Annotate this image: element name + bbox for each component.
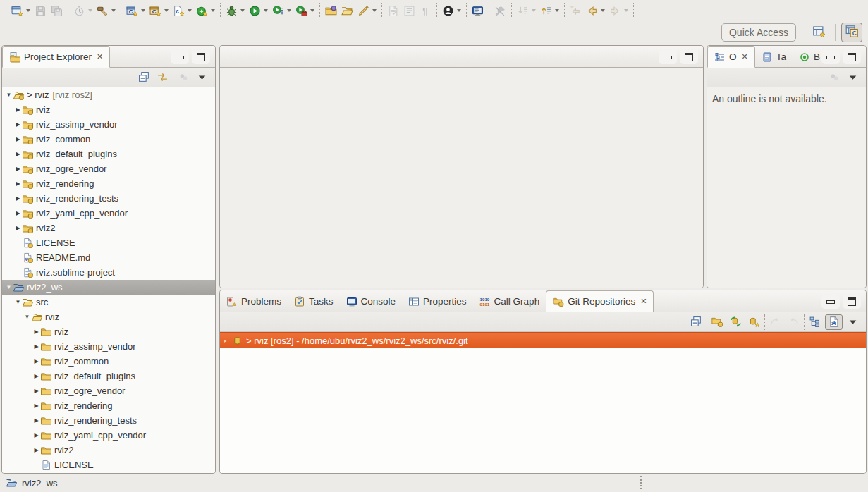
new-wizard-dropdown-arrow[interactable] <box>26 9 30 12</box>
run-button[interactable] <box>247 2 270 19</box>
tree-row-src[interactable]: ▼src <box>2 295 215 309</box>
console-view-button[interactable] <box>470 2 486 19</box>
collapse-icon[interactable]: ▼ <box>14 299 22 305</box>
user-account-button[interactable] <box>440 2 463 19</box>
prev-annotation-dropdown-arrow[interactable] <box>555 9 559 12</box>
new-launch-config-dropdown-arrow[interactable] <box>211 9 215 12</box>
tree-row-rviz[interactable]: ▼rviz <box>2 309 215 324</box>
expand-icon[interactable]: ▶ <box>14 166 22 172</box>
run-history-button[interactable] <box>270 2 293 19</box>
debug-button[interactable] <box>224 2 247 19</box>
expand-icon[interactable]: ▶ <box>32 432 40 438</box>
tree-row-rviz-sublime-project[interactable]: rviz.sublime-project <box>2 265 215 280</box>
back-dropdown-arrow[interactable] <box>601 9 605 12</box>
expand-icon[interactable]: ▶ <box>32 358 40 364</box>
close-icon[interactable]: ✕ <box>742 52 748 61</box>
tree-row-rviz-default-plugins[interactable]: ▶rviz_default_plugins <box>2 369 215 383</box>
tree-row-license[interactable]: LICENSE <box>2 457 215 472</box>
tree-row-rviz-ogre-vendor[interactable]: ▶rviz_ogre_vendor <box>2 383 215 398</box>
maximize-button[interactable] <box>843 295 861 309</box>
new-wizard-button[interactable] <box>9 2 32 19</box>
outline-tab-o[interactable]: O✕ <box>707 46 755 68</box>
clone-repo-button[interactable] <box>728 314 744 330</box>
expand-icon[interactable]: ▶ <box>14 180 22 187</box>
coverage-dropdown-arrow[interactable] <box>310 9 314 12</box>
run-dropdown-arrow[interactable] <box>264 9 268 12</box>
tree-row-rviz-default-plugins[interactable]: ▶rviz_default_plugins <box>2 147 215 161</box>
open-folder-button[interactable] <box>339 2 355 19</box>
cpp-perspective-button[interactable]: C <box>841 23 862 42</box>
expand-icon[interactable]: ▶ <box>14 136 22 142</box>
new-c-file-button[interactable]: c <box>171 2 194 19</box>
tree-row-rviz-rendering-tests[interactable]: ▶rviz_rendering_tests <box>2 191 215 206</box>
expand-icon[interactable]: ▶ <box>14 121 22 128</box>
maximize-button[interactable] <box>843 50 861 64</box>
expand-icon[interactable]: ▶ <box>14 225 22 231</box>
minimize-button[interactable] <box>821 50 840 64</box>
bottom-tab-call-graph[interactable]: 10100101Call Graph <box>473 291 546 312</box>
tree-row-rviz[interactable]: ▶rviz <box>2 102 215 117</box>
new-repo-button[interactable] <box>746 314 762 330</box>
prev-annotation-button[interactable] <box>538 2 561 19</box>
expand-icon[interactable]: ▶ <box>32 447 40 453</box>
run-history-dropdown-arrow[interactable] <box>287 9 291 12</box>
tree-row-rviz-rendering[interactable]: ▶rviz_rendering <box>2 176 215 191</box>
collapse-icon[interactable]: ▼ <box>5 284 13 290</box>
repo-toggle-button[interactable]: A <box>825 314 843 330</box>
hierarchy-layout-button[interactable] <box>807 314 823 330</box>
quick-access-box[interactable]: Quick Access <box>721 23 796 42</box>
tree-row-rviz-assimp-vendor[interactable]: ▶rviz_assimp_vendor <box>2 117 215 132</box>
bottom-tab-git-repositories[interactable]: Git Repositories✕ <box>546 290 654 312</box>
tree-row-rviz-common[interactable]: ▶rviz_common <box>2 354 215 369</box>
add-repo-button[interactable] <box>709 314 726 330</box>
minimize-button[interactable] <box>659 50 677 64</box>
tree-row-rviz[interactable]: ▶rviz <box>2 324 215 339</box>
collapse-all-button[interactable] <box>688 314 704 330</box>
tab-project-explorer[interactable]: Project Explorer ✕ <box>2 46 110 68</box>
coverage-button[interactable] <box>293 2 317 19</box>
collapse-icon[interactable]: ▼ <box>5 92 13 98</box>
new-launch-config-button[interactable] <box>194 2 217 19</box>
expand-icon[interactable]: ▶ <box>14 195 22 202</box>
open-perspective-button[interactable] <box>808 23 829 42</box>
expand-icon[interactable]: ▶ <box>14 210 22 216</box>
minimize-button[interactable] <box>171 50 189 64</box>
tree-row-rviz-rendering-tests[interactable]: ▶rviz_rendering_tests <box>2 413 215 428</box>
collapse-all-button[interactable] <box>136 70 152 85</box>
view-menu-button[interactable] <box>845 314 861 330</box>
view-menu-button[interactable] <box>845 70 861 85</box>
expand-icon[interactable]: ▶ <box>32 402 40 409</box>
new-c-project-button[interactable]: C <box>124 2 147 19</box>
highlighter-button[interactable] <box>355 2 379 19</box>
open-task-folder-button[interactable] <box>323 2 339 19</box>
close-icon[interactable]: ✕ <box>97 52 103 61</box>
highlighter-dropdown-arrow[interactable] <box>372 9 377 12</box>
maximize-button[interactable] <box>192 50 210 64</box>
expand-icon[interactable]: ▶ <box>32 373 40 379</box>
bottom-tab-console[interactable]: Console <box>340 291 403 312</box>
bottom-tab-tasks[interactable]: Tasks <box>288 291 340 312</box>
tree-row-rviz2[interactable]: ▶rviz2 <box>2 221 215 235</box>
tree-row-rviz-common[interactable]: ▶rviz_common <box>2 132 215 147</box>
back-button[interactable] <box>584 2 607 19</box>
tree-row-readme-md[interactable]: vREADME.md <box>2 250 215 265</box>
tree-row-rviz-ogre-vendor[interactable]: ▶rviz_ogre_vendor <box>2 161 215 176</box>
tree-row-rviz-yaml-cpp-vendor[interactable]: ▶rviz_yaml_cpp_vendor <box>2 206 215 221</box>
build-hammer-dropdown-arrow[interactable] <box>111 9 116 12</box>
tree-row-rviz-rendering[interactable]: ▶rviz_rendering <box>2 398 215 413</box>
expand-icon[interactable]: ▶ <box>14 106 22 113</box>
tree-row-rviz-yaml-cpp-vendor[interactable]: ▶rviz_yaml_cpp_vendor <box>2 428 215 443</box>
outline-tab-ta[interactable]: Ta <box>755 47 793 67</box>
view-menu-button[interactable] <box>194 70 210 85</box>
build-hammer-button[interactable] <box>94 2 118 19</box>
tree-row-rviz2[interactable]: ▶rviz2 <box>2 443 215 457</box>
tree-row-rviz2-ws[interactable]: ▼rviz2_ws <box>2 280 215 295</box>
expand-icon[interactable]: ▶ <box>32 343 40 350</box>
expand-icon[interactable]: ▶ <box>14 151 22 157</box>
tree-row-rviz-assimp-vendor[interactable]: ▶rviz_assimp_vendor <box>2 339 215 354</box>
bottom-tab-properties[interactable]: Properties <box>402 291 473 312</box>
debug-dropdown-arrow[interactable] <box>240 9 245 12</box>
expand-icon[interactable]: ▶ <box>32 417 40 424</box>
minimize-button[interactable] <box>821 295 840 309</box>
expand-icon[interactable]: ▶ <box>32 328 40 335</box>
